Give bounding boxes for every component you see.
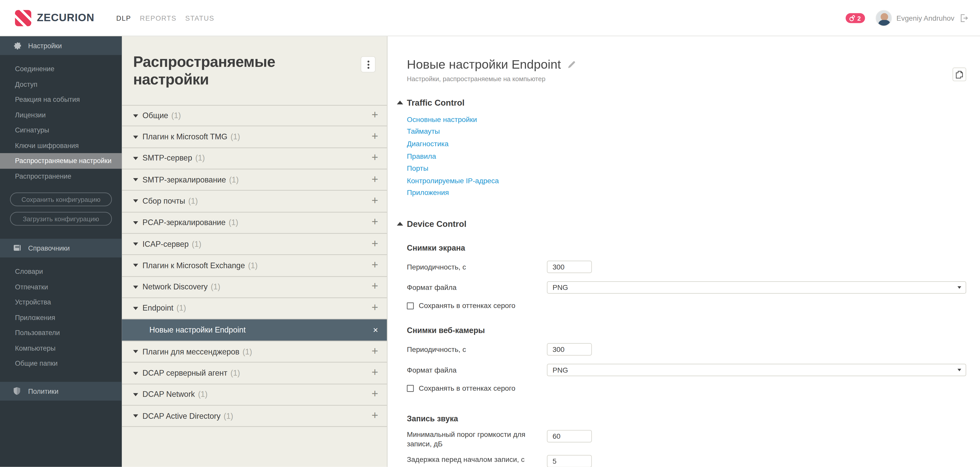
caret-down-icon — [133, 242, 138, 246]
sidebar-item-computers[interactable]: Компьютеры — [0, 340, 122, 356]
zecurion-logo-icon — [15, 10, 32, 26]
plus-icon[interactable]: + — [372, 366, 378, 379]
plus-icon[interactable]: + — [372, 173, 378, 186]
page-title: Новые настройки Endpoint — [407, 57, 561, 72]
panel-menu-button[interactable] — [361, 56, 375, 73]
caret-down-icon — [133, 221, 138, 224]
audio-start-delay-input[interactable] — [547, 455, 592, 467]
audio-threshold-input[interactable] — [547, 430, 592, 443]
link-controlled-ip[interactable]: Контролируемые IP-адреса — [407, 176, 499, 184]
device-control-section: Device Control Снимки экрана Периодичнос… — [407, 219, 966, 467]
plus-icon[interactable]: + — [372, 130, 378, 143]
plus-icon[interactable]: + — [372, 216, 378, 229]
zecurion-logo: ZECURION — [15, 10, 94, 26]
sidebar-item-shared-folders[interactable]: Общие папки — [0, 356, 122, 371]
plus-icon[interactable]: + — [372, 237, 378, 250]
copy-settings-button[interactable] — [953, 67, 966, 81]
logout-icon[interactable] — [960, 14, 968, 22]
link-rules[interactable]: Правила — [407, 152, 436, 160]
caret-down-icon — [133, 393, 138, 396]
close-icon[interactable]: × — [373, 325, 378, 335]
plus-icon[interactable]: + — [372, 409, 378, 422]
accordion-row-smtp-server[interactable]: SMTP-сервер(1)+ — [122, 148, 387, 170]
accordion-row-exchange-plugin[interactable]: Плагин к Microsoft Exchange(1)+ — [122, 255, 387, 276]
device-control-header[interactable]: Device Control — [407, 219, 966, 229]
sidebar-item-users[interactable]: Пользователи — [0, 325, 122, 340]
webcam-period-input[interactable] — [547, 343, 592, 356]
plus-icon[interactable]: + — [372, 301, 378, 315]
plus-icon[interactable]: + — [372, 151, 378, 164]
notifications-count: 2 — [857, 15, 861, 22]
webcam-format-select[interactable]: PNG — [547, 364, 966, 376]
plus-icon[interactable]: + — [372, 388, 378, 400]
select-arrow-icon — [958, 369, 961, 371]
link-timeouts[interactable]: Таймауты — [407, 128, 440, 135]
sidebar-item-access[interactable]: Доступ — [0, 76, 122, 92]
accordion-row-network-discovery[interactable]: Network Discovery(1)+ — [122, 276, 387, 298]
accordion-row-messenger-plugin[interactable]: Плагин для мессенджеров(1)+ — [122, 341, 387, 363]
save-configuration-button[interactable]: Сохранить конфигурацию — [10, 192, 112, 206]
caret-up-icon — [397, 222, 403, 226]
notifications-badge[interactable]: 2 — [845, 13, 865, 23]
sidebar-item-distribution[interactable]: Распространение — [0, 168, 122, 184]
sidebar-item-fingerprints[interactable]: Отпечатки — [0, 279, 122, 294]
grayscale-checkbox[interactable] — [407, 385, 414, 392]
accordion-row-dcap-server-agent[interactable]: DCAP серверный агент(1)+ — [122, 363, 387, 384]
accordion-row-endpoint[interactable]: Endpoint(1)+ — [122, 298, 387, 319]
webcam-format-label: Формат файла — [407, 366, 547, 375]
accordion-row-icap-server[interactable]: ICAP-сервер(1)+ — [122, 234, 387, 255]
sidebar-item-applications[interactable]: Приложения — [0, 310, 122, 325]
accordion-row-dcap-network[interactable]: DCAP Network(1)+ — [122, 384, 387, 405]
load-configuration-button[interactable]: Загрузить конфигурацию — [10, 212, 112, 226]
user-name[interactable]: Evgeniy Andruhov — [897, 14, 955, 22]
link-ports[interactable]: Порты — [407, 165, 428, 172]
accordion-row-general[interactable]: Общие(1)+ — [122, 105, 387, 127]
sidebar-item-devices[interactable]: Устройства — [0, 294, 122, 310]
webcam-period-label: Периодичность, с — [407, 345, 547, 354]
screenshot-grayscale-row[interactable]: Сохранять в оттенках серого — [407, 302, 966, 309]
caret-down-icon — [133, 350, 138, 353]
caret-down-icon — [133, 264, 138, 267]
plus-icon[interactable]: + — [372, 280, 378, 293]
pencil-icon[interactable] — [567, 60, 576, 70]
accordion-row-dcap-active-directory[interactable]: DCAP Active Directory(1)+ — [122, 405, 387, 427]
traffic-control-header[interactable]: Traffic Control — [407, 98, 966, 108]
distributed-settings-panel: Распространяемые настройки Общие(1)+ Пла… — [122, 36, 388, 467]
plus-icon[interactable]: + — [372, 194, 378, 207]
sidebar-item-encryption-keys[interactable]: Ключи шифрования — [0, 138, 122, 153]
panel-title: Распространяемые настройки — [122, 36, 387, 88]
screenshot-format-label: Формат файла — [407, 283, 547, 292]
sidebar-item-signatures[interactable]: Сигнатуры — [0, 122, 122, 138]
sidebar-section-policies[interactable]: Политики — [0, 381, 122, 400]
sidebar-item-distributed-settings[interactable]: Распространяемые настройки — [0, 153, 122, 168]
screenshot-format-select[interactable]: PNG — [547, 281, 966, 294]
link-basic-settings[interactable]: Основные настройки — [407, 116, 477, 123]
endpoint-settings-content: Новые настройки Endpoint Настройки, расп… — [388, 36, 980, 467]
nav-item-reports[interactable]: REPORTS — [140, 14, 177, 22]
sidebar-item-dictionaries[interactable]: Словари — [0, 264, 122, 279]
link-applications[interactable]: Приложения — [407, 189, 449, 196]
sidebar-section-directories[interactable]: Справочники — [0, 239, 122, 257]
sidebar-section-settings[interactable]: Настройки — [0, 36, 122, 55]
screenshot-period-input[interactable] — [547, 261, 592, 273]
sidebar-section-label: Политики — [28, 387, 59, 394]
nav-item-dlp[interactable]: DLP — [116, 14, 131, 22]
link-diagnostics[interactable]: Диагностика — [407, 140, 449, 148]
accordion-row-tmg-plugin[interactable]: Плагин к Microsoft TMG(1)+ — [122, 127, 387, 148]
webcam-grayscale-row[interactable]: Сохранять в оттенках серого — [407, 384, 966, 392]
plus-icon[interactable]: + — [372, 109, 378, 122]
sidebar-item-event-reaction[interactable]: Реакция на события — [0, 92, 122, 107]
plus-icon[interactable]: + — [372, 345, 378, 357]
sidebar-item-connection[interactable]: Соединение — [0, 61, 122, 76]
book-icon — [13, 245, 21, 252]
plus-icon[interactable]: + — [372, 259, 378, 272]
selected-endpoint-settings-row[interactable]: Новые настройки Endpoint × — [122, 319, 387, 342]
accordion-row-pcap-mirroring[interactable]: PCAP-зеркалирование(1)+ — [122, 212, 387, 234]
content-header: Новые настройки Endpoint — [407, 57, 966, 72]
accordion-row-smtp-mirroring[interactable]: SMTP-зеркалирование(1)+ — [122, 170, 387, 191]
nav-item-status[interactable]: STATUS — [185, 14, 215, 22]
avatar[interactable] — [876, 10, 892, 26]
accordion-row-mail-collection[interactable]: Сбор почты(1)+ — [122, 191, 387, 212]
grayscale-checkbox[interactable] — [407, 302, 414, 309]
sidebar-item-licenses[interactable]: Лицензии — [0, 107, 122, 122]
